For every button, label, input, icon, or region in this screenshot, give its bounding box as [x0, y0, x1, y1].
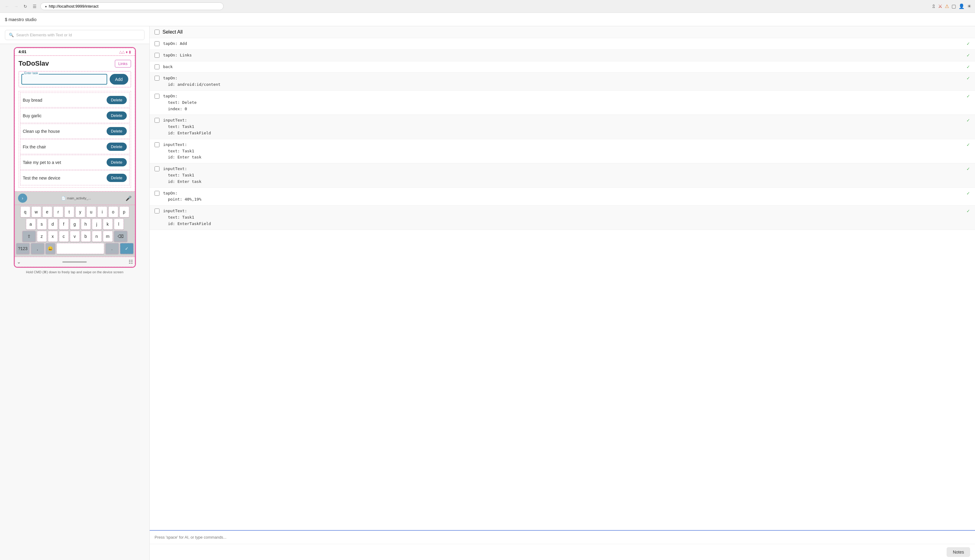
mic-icon[interactable]: 🎤	[125, 195, 132, 201]
key-symbols[interactable]: ?123	[16, 243, 30, 254]
reload-button[interactable]: ↻	[22, 3, 29, 10]
home-bar	[62, 262, 87, 263]
delete-task-button[interactable]: Delete	[107, 158, 127, 167]
keyboard-row-3: ⇧ z x c v b n m ⌫	[16, 231, 134, 242]
key-v[interactable]: v	[70, 231, 80, 242]
cmd-checkbox-9[interactable]	[155, 208, 159, 213]
cmd-checkbox-6[interactable]	[155, 142, 159, 147]
key-c[interactable]: c	[59, 231, 69, 242]
key-i[interactable]: i	[97, 207, 107, 217]
cmd-checkbox-7[interactable]	[155, 167, 159, 171]
key-comma[interactable]: ,	[31, 243, 44, 254]
signal-icon: △△	[119, 50, 125, 54]
delete-task-button[interactable]: Delete	[107, 127, 127, 135]
key-a[interactable]: a	[26, 218, 36, 230]
key-o[interactable]: o	[109, 207, 118, 217]
key-y[interactable]: y	[75, 207, 85, 217]
cmd-text: inputText: text: Task1 id: Enter task	[163, 142, 963, 161]
key-q[interactable]: q	[20, 207, 30, 217]
key-done[interactable]: ✓	[120, 243, 134, 254]
delete-task-button[interactable]: Delete	[107, 143, 127, 151]
key-e[interactable]: e	[42, 207, 52, 217]
key-m[interactable]: m	[103, 231, 113, 242]
key-p[interactable]: p	[119, 207, 129, 217]
command-row[interactable]: back ✓	[150, 62, 975, 73]
cmd-checkbox-1[interactable]	[155, 53, 159, 58]
links-button[interactable]: Links	[115, 60, 131, 67]
key-h[interactable]: h	[81, 218, 91, 230]
address-bar[interactable]: ● http://localhost:9999/interact	[40, 2, 224, 10]
cmd-checkbox-5[interactable]	[155, 118, 159, 123]
key-t[interactable]: t	[65, 207, 74, 217]
add-task-button[interactable]: Add	[110, 74, 128, 85]
command-row[interactable]: tapOn: id: android:id/content ✓	[150, 73, 975, 91]
cmd-text: inputText: text: Task1 id: Enter task	[163, 166, 963, 185]
key-k[interactable]: k	[103, 218, 113, 230]
warning-icon[interactable]: ⚠	[945, 3, 949, 9]
key-b[interactable]: b	[81, 231, 91, 242]
key-j[interactable]: j	[92, 218, 102, 230]
key-backspace[interactable]: ⌫	[114, 231, 127, 242]
nav-button[interactable]: ›	[18, 193, 27, 203]
task-input-row: Enter task Add	[18, 71, 131, 87]
task-input-wrapper: Enter task	[22, 74, 107, 85]
commands-list: Select All tapOn: Add ✓ tapOn: Links ✓ b…	[150, 26, 975, 530]
key-z[interactable]: z	[37, 231, 47, 242]
shield-icon[interactable]: ⚔	[938, 3, 942, 9]
key-period[interactable]: .	[105, 243, 119, 254]
command-row[interactable]: tapOn: point: 40%,19% ✓	[150, 188, 975, 206]
share-icon[interactable]: ⇫	[932, 3, 936, 9]
key-space[interactable]	[57, 243, 104, 254]
cmd-checkbox-0[interactable]	[155, 41, 159, 46]
command-row[interactable]: inputText: text: Task1 id: EnterTaskFiel…	[150, 115, 975, 139]
search-bar[interactable]: 🔍 Search Elements with Text or Id	[5, 30, 144, 40]
cmd-checkmark-icon: ✓	[967, 65, 970, 69]
key-s[interactable]: s	[37, 218, 47, 230]
forward-button[interactable]: →	[13, 3, 20, 10]
cmd-content: inputText: text: Task1 id: EnterTaskFiel…	[163, 208, 963, 227]
extensions-icon[interactable]: ▢	[952, 3, 956, 9]
keyboard-row-2: a s d f g h j k l	[16, 218, 134, 230]
cmd-checkmark-icon: ✓	[967, 167, 970, 171]
cmd-checkbox-4[interactable]	[155, 94, 159, 98]
key-emoji[interactable]: 😀	[45, 243, 55, 254]
command-row[interactable]: inputText: text: Task1 id: Enter task ✓	[150, 163, 975, 187]
status-time: 4:01	[18, 50, 27, 54]
command-row[interactable]: tapOn: Add ✓	[150, 38, 975, 50]
key-x[interactable]: x	[48, 231, 58, 242]
task-text: Take my pet to a vet	[23, 160, 61, 165]
back-button[interactable]: ←	[4, 3, 10, 10]
grid-icon[interactable]: ☷	[129, 259, 133, 265]
cmd-checkmark-icon: ✓	[967, 142, 970, 147]
key-d[interactable]: d	[48, 218, 58, 230]
cmd-checkbox-8[interactable]	[155, 191, 159, 196]
main-layout: 🔍 Search Elements with Text or Id 4:01 △…	[0, 26, 975, 560]
bookmark-button[interactable]: ☰	[31, 3, 38, 10]
key-n[interactable]: n	[92, 231, 102, 242]
cmd-checkmark-icon: ✓	[967, 76, 970, 81]
cmd-checkbox-2[interactable]	[155, 65, 159, 69]
notes-button[interactable]: Notes	[947, 547, 970, 557]
command-row[interactable]: inputText: text: Task1 id: Enter task ✓	[150, 139, 975, 163]
command-row[interactable]: inputText: text: Task1 id: EnterTaskFiel…	[150, 205, 975, 230]
key-g[interactable]: g	[70, 218, 80, 230]
key-l[interactable]: l	[114, 218, 124, 230]
command-row[interactable]: tapOn: Links ✓	[150, 50, 975, 62]
delete-task-button[interactable]: Delete	[107, 174, 127, 182]
key-r[interactable]: r	[53, 207, 63, 217]
select-all-checkbox[interactable]	[155, 30, 159, 35]
cmd-checkbox-3[interactable]	[155, 76, 159, 81]
key-w[interactable]: w	[32, 207, 41, 217]
delete-task-button[interactable]: Delete	[107, 96, 127, 104]
key-u[interactable]: u	[87, 207, 96, 217]
command-input-field[interactable]	[150, 531, 975, 544]
command-row[interactable]: tapOn: text: Delete index: 0 ✓	[150, 91, 975, 115]
key-f[interactable]: f	[59, 218, 69, 230]
bottom-chevron-icon[interactable]: ⌄	[17, 259, 21, 265]
task-input-field[interactable]	[22, 74, 107, 85]
profile-icon[interactable]: 👤	[958, 3, 965, 9]
search-bar-container: 🔍 Search Elements with Text or Id	[0, 26, 149, 44]
delete-task-button[interactable]: Delete	[107, 112, 127, 120]
key-shift[interactable]: ⇧	[22, 231, 36, 242]
sun-icon[interactable]: ☀	[967, 3, 971, 9]
